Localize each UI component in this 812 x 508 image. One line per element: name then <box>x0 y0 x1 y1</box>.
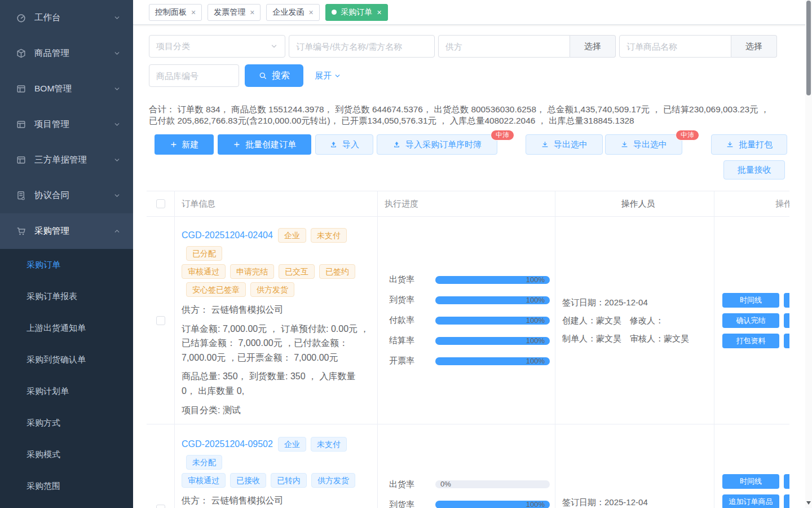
export-selected-label: 导出选中 <box>633 139 667 150</box>
progress-value: 100% <box>526 296 545 304</box>
import-journal-label: 导入采购订单序时簿 <box>405 139 482 150</box>
status-tag: 审核通过 <box>182 473 226 488</box>
row-checkbox[interactable] <box>156 505 165 508</box>
progress-bar: 100% <box>435 501 550 508</box>
sidebar-item-projects[interactable]: 项目管理 <box>0 107 133 142</box>
vertical-scrollbar[interactable] <box>805 0 812 508</box>
order-number-link[interactable]: CGD-20251204-02404 <box>182 230 273 240</box>
expand-link[interactable]: 展开 <box>315 71 341 81</box>
new-button[interactable]: 新建 <box>155 134 214 155</box>
sidebar-item-purchasing[interactable]: 采购管理 <box>0 213 133 249</box>
batch-create-label: 批量创建订单 <box>245 139 296 150</box>
order-info-cell: CGD-20251204-02404 企业 未支付 已分配 审核通过 申请完结 … <box>175 217 377 417</box>
tab-purchase-orders[interactable]: 采购订单 × <box>325 4 388 21</box>
supplier-text: 供方： 云链销售模拟公司 <box>182 303 372 317</box>
action-button-clipped[interactable] <box>784 494 789 508</box>
export-selected-button[interactable]: 导出选中 <box>526 134 603 155</box>
download-icon <box>541 141 549 149</box>
import-journal-button[interactable]: 导入采购订单序时簿 中沛 <box>377 134 497 155</box>
row-checkbox[interactable] <box>156 316 165 325</box>
sidebar-subitem-purchase-scope[interactable]: 采购范围 <box>0 470 133 502</box>
summary-line-2: 已付款 205,862,766.83元(含210,000.00元转出)， 已开票… <box>149 116 634 125</box>
progress-cell: 出货率 0% 到货率 100% <box>378 424 555 508</box>
tab-invoice-management[interactable]: 发票管理 × <box>208 4 261 21</box>
batch-pack-button[interactable]: 批量打包 <box>711 134 787 155</box>
supplier-input-group: 选择 <box>438 35 616 58</box>
sidebar-subitem-upstream-shipping-notices[interactable]: 上游出货通知单 <box>0 312 133 344</box>
keyword-input[interactable] <box>289 35 435 58</box>
action-button-clipped[interactable] <box>784 313 789 328</box>
new-button-label: 新建 <box>182 139 199 150</box>
supplier-input[interactable] <box>438 35 570 58</box>
progress-bar: 100% <box>435 357 550 365</box>
maker-auditor-text: 制单人：蒙文昊 审核人：蒙文昊 <box>562 330 714 348</box>
action-button-clipped[interactable] <box>784 474 789 489</box>
append-order-product-button[interactable]: 追加订单商品 <box>722 494 779 508</box>
project-category-select[interactable]: 项目分类 <box>149 35 285 58</box>
sidebar-item-thirdparty-docs[interactable]: 三方单据管理 <box>0 142 133 178</box>
supplier-select-button[interactable]: 选择 <box>570 35 616 58</box>
tab-enterprise-letters[interactable]: 企业发函 × <box>266 4 319 21</box>
pack-materials-button[interactable]: 打包资料 <box>722 334 779 348</box>
order-product-input[interactable] <box>619 35 731 58</box>
status-tag: 企业 <box>278 228 306 243</box>
download-icon <box>620 141 629 149</box>
chevron-down-icon <box>113 50 121 57</box>
plus-icon <box>233 141 241 148</box>
batch-receive-button[interactable]: 批量接收 <box>723 160 785 179</box>
status-tag: 供方发货 <box>311 473 355 488</box>
sidebar-subitem-purchase-order-reports[interactable]: 采购订单报表 <box>0 281 133 312</box>
chevron-down-icon <box>113 192 121 199</box>
close-icon[interactable]: × <box>191 8 196 16</box>
sidebar-subitem-purchase-plans[interactable]: 采购计划单 <box>0 375 133 407</box>
select-all-checkbox[interactable] <box>156 199 165 208</box>
product-input-group: 选择 <box>619 35 777 58</box>
order-info-cell: CGD-20251204-09502 企业 未支付 未分配 审核通过 已接收 已… <box>175 424 377 508</box>
action-button-clipped[interactable] <box>784 334 789 348</box>
chevron-down-icon <box>113 121 121 128</box>
export-selected-zhongpei-button[interactable]: 导出选中 中沛 <box>605 134 682 155</box>
chevron-down-icon <box>113 85 121 93</box>
search-button[interactable]: 搜索 <box>245 64 303 87</box>
tab-control-panel[interactable]: 控制面板 × <box>149 4 202 21</box>
sidebar-item-contracts[interactable]: 协议合同 <box>0 178 133 213</box>
sidebar-item-products[interactable]: 商品管理 <box>0 36 133 71</box>
filter-row-1: 项目分类 选择 选择 <box>149 35 812 58</box>
panel-icon <box>16 155 27 165</box>
timeline-button[interactable]: 时间线 <box>722 474 779 489</box>
status-tag: 已签约 <box>319 264 355 279</box>
toolbar-right-group: 导出选中 导出选中 中沛 批量打包 <box>526 134 787 155</box>
progress-value: 100% <box>526 357 545 365</box>
import-button[interactable]: 导入 <box>315 134 373 155</box>
close-icon[interactable]: × <box>377 8 382 16</box>
action-button-clipped[interactable] <box>784 293 789 308</box>
document-icon <box>16 190 27 201</box>
confirm-complete-button[interactable]: 确认完结 <box>722 313 779 328</box>
close-icon[interactable]: × <box>308 8 313 16</box>
status-tag: 已转内 <box>271 473 307 488</box>
scrollbar-down-arrow-icon[interactable] <box>806 501 811 505</box>
dashboard-icon <box>16 12 27 23</box>
select-placeholder: 项目分类 <box>156 41 190 52</box>
batch-create-button[interactable]: 批量创建订单 <box>218 134 311 155</box>
close-icon[interactable]: × <box>250 8 254 16</box>
order-number-link[interactable]: CGD-20251204-09502 <box>182 439 273 449</box>
sidebar-subitem-purchase-methods[interactable]: 采购方式 <box>0 407 133 439</box>
panel-icon <box>16 119 27 130</box>
scrollbar-thumb[interactable] <box>806 1 811 95</box>
sku-input[interactable] <box>149 64 239 87</box>
sidebar-item-bom[interactable]: BOM管理 <box>0 71 133 107</box>
chevron-down-icon <box>270 42 278 50</box>
sidebar-subitem-arrival-confirmations[interactable]: 采购到货确认单 <box>0 344 133 375</box>
timeline-button[interactable]: 时间线 <box>722 293 779 308</box>
active-dot <box>332 10 337 15</box>
sidebar-item-label: 工作台 <box>34 12 113 24</box>
sidebar-subitem-purchase-orders[interactable]: 采购订单 <box>0 249 133 281</box>
product-select-button[interactable]: 选择 <box>731 35 777 58</box>
zhongpei-badge: 中沛 <box>491 130 514 141</box>
sidebar-subitem-purchase-modes[interactable]: 采购模式 <box>0 439 133 470</box>
status-tag: 未支付 <box>311 437 347 452</box>
status-tag: 企业 <box>278 437 306 452</box>
sidebar-item-workbench[interactable]: 工作台 <box>0 0 133 36</box>
sidebar-item-label: 协议合同 <box>34 190 113 202</box>
